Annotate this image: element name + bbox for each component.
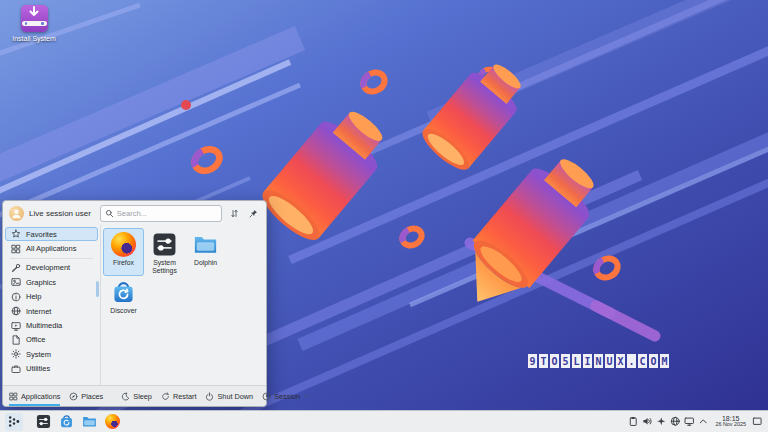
sidebar-separator: [10, 258, 93, 259]
sidebar-item-system[interactable]: System: [5, 347, 98, 361]
show-desktop-icon: [752, 416, 763, 427]
sidebar-item-development[interactable]: Development: [5, 261, 98, 275]
clipboard-tray-icon[interactable]: [626, 415, 639, 428]
moon-icon: [121, 392, 130, 401]
star-icon: [11, 229, 21, 239]
chevron-down-icon: [303, 393, 310, 400]
discover-icon: [111, 280, 136, 305]
system-tray: [626, 415, 709, 428]
plasma-launcher-icon: [7, 414, 22, 429]
shutdown-button[interactable]: Shut Down: [205, 386, 253, 406]
pin-icon: [249, 209, 258, 218]
gear-icon: [11, 349, 21, 359]
watermark-letter: .: [627, 354, 636, 368]
grid-icon: [9, 392, 18, 401]
app-tile-dolphin[interactable]: Dolphin: [185, 228, 226, 276]
install-system-label: Install System: [12, 35, 56, 42]
restart-button[interactable]: Restart: [161, 386, 197, 406]
search-input[interactable]: [117, 209, 217, 218]
firefox-icon: [111, 232, 136, 257]
sidebar-item-all-applications[interactable]: All Applications: [5, 241, 98, 255]
watermark-letter: N: [594, 354, 603, 368]
slider-bar-icon: [22, 21, 47, 26]
taskbar-dolphin[interactable]: [80, 413, 98, 431]
sidebar-item-help[interactable]: Help: [5, 290, 98, 304]
watermark-letter: I: [583, 354, 592, 368]
watermark-letter: 5: [561, 354, 570, 368]
briefcase-icon: [11, 364, 21, 374]
compass-icon: [69, 392, 78, 401]
sort-icon: [230, 209, 239, 218]
wrench-icon: [11, 263, 21, 273]
sidebar-item-graphics[interactable]: Graphics: [5, 275, 98, 289]
pin-button[interactable]: [246, 206, 260, 220]
search-icon: [105, 209, 114, 218]
watermark-letter: M: [660, 354, 669, 368]
watermark-letter: L: [572, 354, 581, 368]
watermark-letter: 9: [528, 354, 537, 368]
dolphin-folder-icon: [82, 414, 97, 429]
watermark-letter: O: [649, 354, 658, 368]
taskbar-firefox[interactable]: [103, 413, 121, 431]
discover-icon: [59, 414, 74, 429]
sidebar-item-office[interactable]: Office: [5, 333, 98, 347]
download-arrow-icon: [26, 5, 42, 20]
watermark-letter: O: [550, 354, 559, 368]
power-icon: [205, 392, 214, 401]
clock-date: 26 Nov 2025: [715, 422, 746, 428]
display-tray-icon[interactable]: [682, 415, 695, 428]
expand-tray-icon[interactable]: [696, 415, 709, 428]
launcher-header: Live session user: [3, 201, 266, 225]
session-icon: [262, 392, 271, 401]
app-tile-system-settings[interactable]: System Settings: [144, 228, 185, 276]
dolphin-folder-icon: [193, 232, 218, 257]
help-icon: [11, 292, 21, 302]
system-settings-icon: [152, 232, 177, 257]
app-tile-discover[interactable]: Discover: [103, 276, 144, 324]
app-tile-firefox[interactable]: Firefox: [103, 228, 144, 276]
launcher-footer: Applications Places Sleep Restart Shut D…: [3, 385, 266, 406]
desktop: Install System 9TO5LINUX.COM Live sessio…: [0, 0, 768, 432]
watermark-letter: X: [616, 354, 625, 368]
network-tray-icon[interactable]: [668, 415, 681, 428]
grid-icon: [11, 244, 21, 254]
restart-icon: [161, 392, 170, 401]
install-system-desktop-icon[interactable]: Install System: [8, 5, 60, 42]
sort-button[interactable]: [227, 206, 241, 220]
favorites-grid: Firefox System Settings: [101, 225, 266, 385]
sidebar-item-favorites[interactable]: Favorites: [5, 227, 98, 241]
sidebar-item-multimedia[interactable]: Multimedia: [5, 318, 98, 332]
digital-clock[interactable]: 18:15 26 Nov 2025: [715, 415, 746, 428]
sleep-button[interactable]: Sleep: [121, 386, 152, 406]
show-desktop-button[interactable]: [751, 414, 763, 430]
install-system-icon: [21, 5, 48, 32]
watermark: 9TO5LINUX.COM: [528, 354, 669, 368]
watermark-letter: U: [605, 354, 614, 368]
globe-icon: [11, 306, 21, 316]
sidebar-scrollbar[interactable]: [96, 281, 99, 297]
taskbar-discover[interactable]: [57, 413, 75, 431]
screen-icon: [11, 321, 21, 331]
user-name: Live session user: [29, 209, 91, 218]
user-avatar[interactable]: [9, 206, 24, 221]
document-icon: [11, 335, 21, 345]
launcher-sidebar: Favorites All Applications Development G…: [3, 225, 101, 385]
night-color-tray-icon[interactable]: [654, 415, 667, 428]
tab-applications[interactable]: Applications: [9, 386, 60, 406]
picture-icon: [11, 277, 21, 287]
application-launcher-button[interactable]: [5, 413, 23, 431]
taskbar-panel: 18:15 26 Nov 2025: [0, 410, 768, 432]
sidebar-item-internet[interactable]: Internet: [5, 304, 98, 318]
launcher-body: Favorites All Applications Development G…: [3, 225, 266, 385]
volume-tray-icon[interactable]: [640, 415, 653, 428]
session-button[interactable]: Session: [262, 386, 310, 406]
application-launcher-menu: Live session user: [2, 200, 267, 407]
firefox-icon: [105, 414, 120, 429]
system-settings-icon: [36, 414, 51, 429]
watermark-letter: C: [638, 354, 647, 368]
search-field[interactable]: [100, 205, 222, 222]
watermark-letter: T: [539, 354, 548, 368]
sidebar-item-utilities[interactable]: Utilities: [5, 362, 98, 376]
taskbar-system-settings[interactable]: [34, 413, 52, 431]
tab-places[interactable]: Places: [69, 386, 103, 406]
